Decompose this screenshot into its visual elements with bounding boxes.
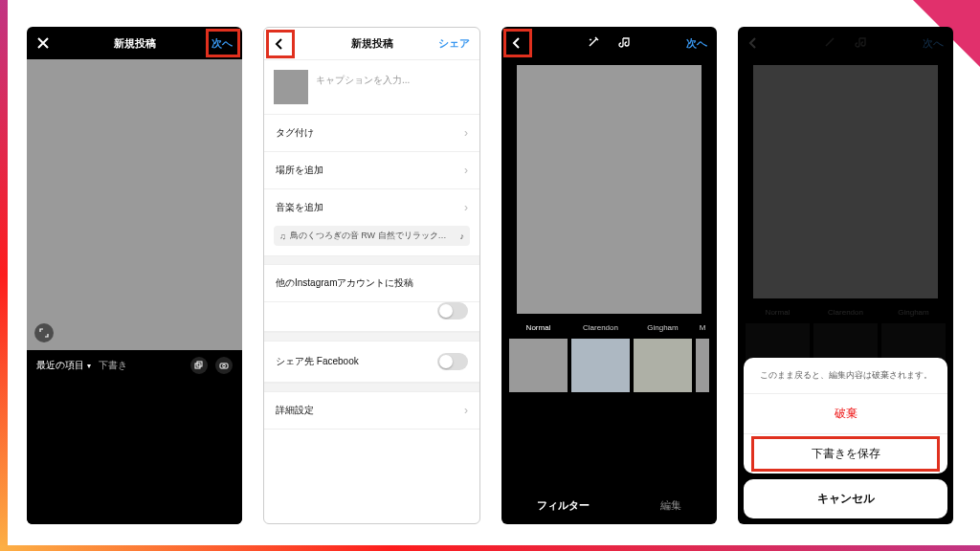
row-label: 場所を追加 <box>276 164 323 177</box>
action-sheet-card: このまま戻ると、編集内容は破棄されます。 破棄 下書きを保存 <box>744 358 947 474</box>
row-label: 音楽を追加 <box>276 201 323 214</box>
toolbar-icons <box>501 35 717 51</box>
discard-button[interactable]: 破棄 <box>744 394 947 434</box>
filter-thumb <box>634 339 692 392</box>
screen-title: 新規投稿 <box>27 36 242 51</box>
section-divider <box>264 332 479 342</box>
decorative-bottom-gradient <box>0 545 980 551</box>
section-divider <box>264 255 479 265</box>
music-suggestion-chip[interactable]: ♫ 鳥のくつろぎの音 RW 自然でリラックスできる音楽 ♪ <box>274 226 470 246</box>
post-to-other-ig-row: 他のInstagramアカウントに投稿 <box>264 265 479 302</box>
add-music-row[interactable]: 音楽を追加 › <box>264 189 479 226</box>
filter-option[interactable]: Clarendon <box>571 323 630 392</box>
filter-label: Normal <box>746 308 810 320</box>
close-icon[interactable] <box>36 36 50 50</box>
topbar: 次へ <box>501 27 717 59</box>
filter-label: Gingham <box>634 323 692 335</box>
next-button[interactable]: 次へ <box>212 36 233 51</box>
filter-label: Clarendon <box>813 308 878 320</box>
filter-strip-dimmed: Normal Clarendon Gingham <box>738 298 953 365</box>
media-grid-area[interactable] <box>27 381 242 524</box>
expand-crop-icon[interactable] <box>34 323 54 342</box>
chevron-right-icon: › <box>464 201 468 214</box>
music-note-icon: ♫ <box>279 231 286 241</box>
caption-area: キャプションを入力... <box>264 60 479 115</box>
filter-label: M <box>696 323 709 335</box>
filter-preview[interactable] <box>517 65 702 314</box>
svg-point-3 <box>223 364 226 367</box>
share-button[interactable]: シェア <box>438 36 470 51</box>
filter-preview-dimmed <box>753 65 938 298</box>
row-label: 詳細設定 <box>276 404 314 417</box>
decorative-left-gradient <box>0 0 8 551</box>
sheet-message: このまま戻ると、編集内容は破棄されます。 <box>744 358 947 394</box>
post-thumbnail[interactable] <box>274 70 308 104</box>
back-icon[interactable] <box>274 37 285 51</box>
row-label: シェア先 Facebook <box>276 355 359 368</box>
filter-option[interactable]: Gingham <box>634 323 692 392</box>
section-divider <box>264 383 479 392</box>
tab-edit[interactable]: 編集 <box>660 498 681 513</box>
filter-label: Normal <box>509 323 568 335</box>
row-label: 他のInstagramアカウントに投稿 <box>276 276 413 290</box>
back-icon[interactable] <box>747 36 759 50</box>
facebook-toggle[interactable] <box>437 353 468 370</box>
toolbar-icons <box>738 35 953 51</box>
music-icon[interactable] <box>618 35 632 49</box>
music-note-icon: ♪ <box>460 231 465 241</box>
filter-option[interactable]: Normal <box>509 323 568 392</box>
next-button[interactable]: 次へ <box>923 36 944 51</box>
filter-thumb <box>509 339 568 392</box>
filter-label: Gingham <box>881 308 946 320</box>
screens-row: 新規投稿 次へ 最近の項目 ▾ 下書き 新規投稿 <box>27 27 953 524</box>
filter-strip[interactable]: Normal Clarendon Gingham M <box>501 314 717 396</box>
advanced-settings-row[interactable]: 詳細設定 › <box>264 392 479 430</box>
row-label: タグ付け <box>276 126 314 140</box>
multi-select-icon[interactable] <box>190 357 208 374</box>
screen-1-new-post-picker: 新規投稿 次へ 最近の項目 ▾ 下書き <box>27 27 242 524</box>
other-ig-toggle[interactable] <box>437 302 468 320</box>
filter-label: Clarendon <box>571 323 630 335</box>
back-icon[interactable] <box>511 36 523 50</box>
post-to-other-ig-toggle-row <box>264 302 479 332</box>
magic-wand-icon <box>823 35 836 49</box>
filter-thumb <box>571 339 630 392</box>
tab-filter[interactable]: フィルター <box>537 498 590 513</box>
bottom-tabs: フィルター 編集 <box>501 486 717 524</box>
recent-items-dropdown[interactable]: 最近の項目 ▾ <box>36 359 91 372</box>
magic-wand-icon[interactable] <box>587 35 600 49</box>
drafts-tab[interactable]: 下書き <box>99 359 127 372</box>
chevron-right-icon: › <box>464 126 468 140</box>
next-button[interactable]: 次へ <box>686 36 707 51</box>
chevron-right-icon: › <box>464 404 468 417</box>
save-draft-button[interactable]: 下書きを保存 <box>744 434 947 474</box>
music-icon <box>855 35 868 49</box>
spacer <box>264 430 479 523</box>
topbar: 次へ <box>738 27 953 59</box>
screen-4-discard-sheet: 次へ Normal Clarendon Gingham このまま戻ると、編集内容… <box>738 27 953 524</box>
screen-3-filter: 次へ Normal Clarendon Gingham M フィルター <box>501 27 717 524</box>
topbar: 新規投稿 シェア <box>264 28 479 60</box>
filter-thumb <box>696 339 709 392</box>
selected-media-preview[interactable] <box>27 59 242 350</box>
share-facebook-row: シェア先 Facebook <box>264 342 479 383</box>
tag-people-row[interactable]: タグ付け › <box>264 115 479 152</box>
cancel-button[interactable]: キャンセル <box>744 479 947 518</box>
caption-input[interactable]: キャプションを入力... <box>316 70 410 104</box>
cancel-card: キャンセル <box>744 479 947 518</box>
library-bar: 最近の項目 ▾ 下書き <box>27 350 242 381</box>
add-location-row[interactable]: 場所を追加 › <box>264 152 479 189</box>
action-sheet: このまま戻ると、編集内容は破棄されます。 破棄 下書きを保存 キャンセル <box>744 358 947 518</box>
camera-icon[interactable] <box>215 357 233 374</box>
topbar: 新規投稿 次へ <box>27 27 242 59</box>
music-chip-label: 鳥のくつろぎの音 RW 自然でリラックスできる音楽 <box>290 230 453 242</box>
screen-2-compose: 新規投稿 シェア キャプションを入力... タグ付け › 場所を追加 › 音楽を… <box>263 27 480 524</box>
filter-option[interactable]: M <box>696 323 709 392</box>
chevron-right-icon: › <box>464 164 468 177</box>
